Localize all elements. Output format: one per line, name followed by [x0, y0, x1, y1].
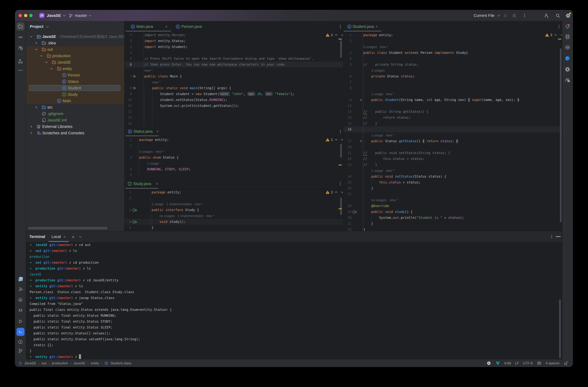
- breadcrumb-item[interactable]: JavaSE: [24, 359, 36, 367]
- editor-tab-Person.java[interactable]: Person.java: [181, 21, 202, 32]
- tree-item-entity[interactable]: entity: [26, 66, 124, 72]
- chevron-right-icon[interactable]: [35, 106, 38, 110]
- plugin-v-status-icon[interactable]: [495, 361, 500, 366]
- override-gutter-icon[interactable]: I: [353, 210, 358, 215]
- run-gutter-icon[interactable]: [133, 86, 136, 91]
- tree-item-Status[interactable]: EStatus: [26, 78, 124, 85]
- inlay-hint[interactable]: 1 usage: [147, 160, 159, 166]
- tree-item-src[interactable]: src: [26, 104, 124, 111]
- inlay-hint[interactable]: 3 usages: [371, 68, 385, 73]
- inspections-widget[interactable]: 2: [545, 33, 562, 37]
- new-terminal-tab-button[interactable]: [71, 235, 75, 240]
- tree-item-Main[interactable]: CMain: [26, 98, 124, 104]
- breadcrumb-item[interactable]: entity: [91, 359, 99, 367]
- prev-warning-icon[interactable]: [334, 190, 338, 194]
- chevron-right-icon[interactable]: [29, 131, 33, 135]
- breadcrumb-item[interactable]: Student.class: [110, 359, 131, 367]
- close-icon[interactable]: [63, 235, 66, 239]
- tool-strip-button-run[interactable]: [17, 317, 24, 325]
- run-configuration-selector[interactable]: Current File: [474, 10, 495, 21]
- tool-strip-button-plugin-mascot[interactable]: [17, 275, 24, 283]
- editor-tab-Study.java[interactable]: Study.java: [133, 178, 151, 189]
- parameter-hint-chip[interactable]: sex:: [265, 92, 273, 96]
- tree-item-External-Libraries[interactable]: External Libraries: [26, 123, 124, 130]
- openai-status-icon[interactable]: [486, 361, 491, 365]
- chevron-down-icon[interactable]: [79, 236, 82, 239]
- fold-gutter-icon[interactable]: [359, 139, 363, 143]
- caret-position[interactable]: 6:68: [504, 359, 511, 367]
- folded-code-brace[interactable]: }: [456, 139, 458, 143]
- tool-strip-button-code-with-me[interactable]: [564, 76, 571, 84]
- chevron-down-icon[interactable]: [40, 54, 43, 58]
- file-encoding[interactable]: UTF-8: [523, 359, 533, 367]
- project-selector[interactable]: JavaSE: [47, 10, 61, 21]
- hide-terminal-button[interactable]: [556, 236, 561, 237]
- inlay-hint[interactable]: 1 usage new *: [371, 132, 394, 138]
- indent-style[interactable]: 4 spaces: [546, 359, 560, 367]
- inspections-widget[interactable]: 1: [326, 33, 343, 37]
- close-tab-icon[interactable]: [156, 130, 159, 134]
- breadcrumb-item[interactable]: out: [42, 359, 46, 367]
- more-options-icon[interactable]: [549, 234, 554, 240]
- tool-strip-button-commit[interactable]: [17, 33, 24, 41]
- chevron-down-icon[interactable]: [45, 61, 48, 65]
- more-actions-button[interactable]: [522, 13, 527, 19]
- parameter-hint-chip[interactable]: age:: [248, 92, 255, 96]
- editor-options-kebab-icon[interactable]: [557, 24, 561, 30]
- editor-study[interactable]: 1package entity;21 usage 1 implementatio…: [125, 189, 343, 231]
- editor-tab-Student.java[interactable]: Student.java: [353, 21, 374, 32]
- project-panel-title[interactable]: Project: [30, 24, 43, 29]
- tree-item-JavaSE[interactable]: JavaSE: [26, 59, 124, 66]
- inlay-hint[interactable]: new *: [144, 68, 153, 73]
- close-tab-icon[interactable]: [165, 25, 168, 29]
- tree-item-JavaSE[interactable]: JavaSE~/Desktop/CS/JavaSE基础/1 Java SE/Co…: [26, 33, 124, 40]
- close-tab-icon[interactable]: [155, 182, 159, 186]
- inlay-hint[interactable]: 3 usages new *: [363, 44, 388, 50]
- inlay-hint[interactable]: no usages 1 implementation new *: [160, 213, 214, 219]
- chevron-right-icon[interactable]: [35, 41, 38, 45]
- impl-gutter-icon[interactable]: I: [132, 220, 138, 225]
- tree-item-Study[interactable]: IStudy: [26, 91, 124, 98]
- tool-strip-button-ai-assistant[interactable]: [564, 43, 571, 51]
- tool-strip-button-openai[interactable]: [564, 65, 571, 73]
- fold-gutter-icon[interactable]: [359, 98, 363, 102]
- tree-item-JavaSE.iml[interactable]: JavaSE.iml: [26, 117, 124, 123]
- prev-warning-icon[interactable]: [334, 33, 338, 37]
- breadcrumb-item[interactable]: production: [52, 359, 68, 367]
- editor-tab-Main.java[interactable]: Main.java: [136, 21, 153, 32]
- branch-selector[interactable]: master: [75, 10, 87, 21]
- settings-button[interactable]: [565, 13, 571, 19]
- inlay-hint[interactable]: 1 usage 1 implementation new *: [152, 201, 203, 207]
- line-separator[interactable]: LF: [515, 359, 519, 367]
- tool-strip-button-database[interactable]: [564, 33, 571, 41]
- editor-scrollbar[interactable]: [340, 40, 342, 58]
- next-warning-icon[interactable]: [340, 190, 343, 194]
- chevron-down-icon[interactable]: [29, 35, 33, 39]
- run-gutter-icon[interactable]: [133, 74, 136, 79]
- chevron-right-icon[interactable]: [29, 125, 33, 129]
- prev-warning-icon[interactable]: [554, 33, 558, 37]
- project-tree-hscrollbar[interactable]: [28, 227, 107, 229]
- editor-scrollbar[interactable]: [340, 198, 342, 215]
- editor-scrollbar[interactable]: [340, 144, 342, 158]
- tool-strip-button-chat[interactable]: [564, 54, 571, 63]
- editor-status[interactable]: 1package entity;25 usages new *3public e…: [125, 137, 343, 178]
- unlock-icon[interactable]: [563, 361, 568, 365]
- next-warning-icon[interactable]: [560, 33, 562, 37]
- terminal-panel-title[interactable]: Terminal: [29, 231, 45, 242]
- tool-strip-button-services[interactable]: [17, 296, 24, 304]
- tool-strip-button-structure[interactable]: [17, 57, 24, 65]
- impl-gutter-icon[interactable]: I: [132, 208, 138, 213]
- prev-warning-icon[interactable]: [334, 138, 338, 142]
- editor-main[interactable]: 1import entity.Person;2import entity.Sta…: [125, 32, 343, 126]
- tree-item-Person[interactable]: CPerson: [26, 72, 124, 78]
- inspections-widget[interactable]: 1: [326, 137, 343, 142]
- close-window-button[interactable]: [19, 14, 22, 17]
- search-everywhere-button[interactable]: [555, 13, 561, 19]
- terminal-scrollbar[interactable]: [559, 299, 561, 358]
- editor-options-kebab-icon[interactable]: [338, 129, 343, 135]
- folded-code-brace[interactable]: }: [517, 98, 519, 102]
- next-warning-icon[interactable]: [340, 138, 343, 142]
- inlay-hint[interactable]: no usages new *: [371, 197, 398, 203]
- folded-code-brace[interactable]: {: [423, 139, 425, 143]
